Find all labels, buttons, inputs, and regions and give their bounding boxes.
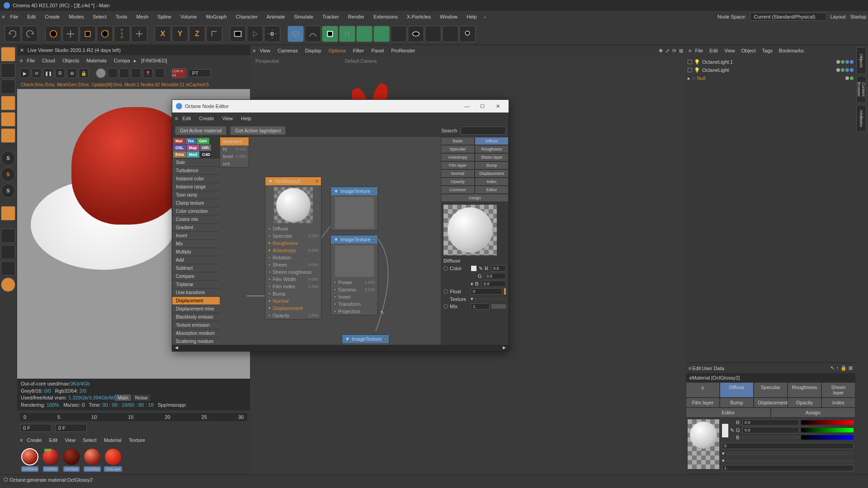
node-list-item[interactable]: Turbulence xyxy=(172,167,220,175)
nodespace-dropdown[interactable]: Current (Standard/Physical) xyxy=(750,13,827,21)
lv-region1-button[interactable] xyxy=(108,68,118,78)
obj-menu-bookmarks[interactable]: Bookmarks xyxy=(776,47,807,55)
render-button[interactable] xyxy=(247,26,263,42)
node-list-item[interactable]: Side xyxy=(172,159,220,167)
node-socket[interactable]: Bump xyxy=(265,290,321,297)
octane-button[interactable] xyxy=(1,277,15,292)
node-list-item[interactable]: Uvw transform xyxy=(172,289,220,297)
attr-tab-assign[interactable]: Assign xyxy=(771,408,856,418)
menu-file[interactable]: File xyxy=(6,12,22,21)
attr-tab-film[interactable]: Film layer xyxy=(686,398,720,408)
node-socket[interactable]: Film index1.450 xyxy=(265,283,321,290)
category-tab-mat[interactable]: Mat xyxy=(173,138,185,144)
obj-menu-object[interactable]: Object xyxy=(739,47,759,55)
object-name[interactable]: OctaneLight xyxy=(702,67,729,73)
maximize-button[interactable]: ☐ xyxy=(475,102,490,111)
object-tree[interactable]: 💡 OctaneLight.1 💡 OctaneLight ▸ ○ Null xyxy=(686,56,855,84)
dropdown-icon[interactable]: ▾ xyxy=(471,296,473,302)
menu-volume[interactable]: Volume xyxy=(177,12,201,21)
node-socket[interactable]: Gamma2.200 xyxy=(331,286,377,293)
object-row[interactable]: 💡 OctaneLight xyxy=(688,66,854,74)
node-list-item[interactable]: Instance range xyxy=(172,183,220,191)
node-socket[interactable]: Sheen roughness xyxy=(265,268,321,276)
node-editor-titlebar[interactable]: Octane Node Editor — ☐ ✕ xyxy=(172,100,509,113)
collapse-icon[interactable]: ▼ xyxy=(334,237,339,242)
lv-mode-dropdown[interactable]: PT xyxy=(188,69,211,77)
select-tool[interactable] xyxy=(45,26,61,42)
menu-create[interactable]: Create xyxy=(41,12,63,21)
search-input[interactable] xyxy=(461,127,506,135)
socket-dot[interactable] xyxy=(268,249,271,252)
lv-more-icon[interactable]: ▸ xyxy=(134,58,137,64)
menu-mesh[interactable]: Mesh xyxy=(132,12,152,21)
socket-dot[interactable] xyxy=(268,307,271,310)
attr-tab-sheen[interactable]: Sheen layer xyxy=(821,382,855,398)
spline-primitive-button[interactable] xyxy=(305,26,321,42)
object-name[interactable]: Null xyxy=(697,75,706,81)
material-preview[interactable] xyxy=(688,419,719,469)
obj-hamburger-icon[interactable]: ≡ xyxy=(689,48,691,53)
attr-tab-diffuse[interactable]: Diffuse xyxy=(720,382,754,398)
output-socket[interactable] xyxy=(373,190,375,192)
extra-field[interactable]: 0 xyxy=(722,443,854,449)
node-socket[interactable]: Normal xyxy=(265,297,321,305)
node-editor-scrollbar[interactable]: ◄► xyxy=(172,345,509,351)
attr-back-icon[interactable]: ↖ xyxy=(830,365,835,371)
node-list-item[interactable]: Invert xyxy=(172,232,220,240)
vp-menu-display[interactable]: Display xyxy=(302,47,325,55)
node-list-item[interactable]: Subtract xyxy=(172,264,220,272)
lv-refresh-button[interactable]: ⟳ xyxy=(32,68,42,78)
bulb-button[interactable] xyxy=(459,26,476,42)
node-socket[interactable]: Transform xyxy=(331,300,377,308)
mix-field[interactable]: 1. xyxy=(471,303,490,310)
collapse-icon[interactable]: ▼ xyxy=(334,188,339,194)
lock2-button[interactable] xyxy=(1,245,15,259)
menu-select[interactable]: Select xyxy=(89,12,110,21)
attr-tab-index[interactable]: Index xyxy=(821,398,855,408)
z-axis-button[interactable]: Z xyxy=(189,26,205,42)
mix-slider[interactable] xyxy=(491,304,506,309)
lv-lock-icon[interactable]: 🔒 xyxy=(79,68,89,78)
obj-menu-file[interactable]: File xyxy=(692,47,706,55)
node-list-item[interactable]: Clamp texture xyxy=(172,199,220,207)
mat-menu-material[interactable]: Material xyxy=(101,436,125,444)
menu-extensions[interactable]: Extensions xyxy=(370,12,401,21)
mat-menu-create[interactable]: Create xyxy=(24,436,45,444)
generator-button[interactable] xyxy=(322,26,338,42)
node-socket[interactable]: Displacement xyxy=(265,305,321,312)
socket-dot[interactable] xyxy=(268,227,271,230)
x-axis-button[interactable]: X xyxy=(155,26,171,42)
socket-dot[interactable] xyxy=(334,296,336,298)
r-value-field[interactable]: 0.9 xyxy=(491,265,506,272)
radio-button[interactable] xyxy=(443,289,448,294)
lock3-button[interactable] xyxy=(1,261,15,276)
menu-modes[interactable]: Modes xyxy=(65,12,87,21)
lv-sphere-icon[interactable] xyxy=(96,68,106,78)
node-socket[interactable]: Diffuse xyxy=(265,225,321,232)
undo-button[interactable] xyxy=(5,26,21,42)
b-value-field[interactable]: 0.9 xyxy=(481,281,506,287)
polygon-mode-button[interactable] xyxy=(1,128,15,143)
move-tool[interactable] xyxy=(62,26,79,42)
timeline-start-field[interactable] xyxy=(20,424,52,432)
mat-menu-select[interactable]: Select xyxy=(80,436,100,444)
lv-pause-button[interactable]: ❚❚ xyxy=(43,68,53,78)
timeline-ruler[interactable]: 0510 152025 30 xyxy=(20,413,247,421)
socket-dot[interactable] xyxy=(268,314,271,317)
category-tab-osl[interactable]: OSL xyxy=(173,145,186,151)
mat-menu-edit[interactable]: Edit xyxy=(46,436,61,444)
node-socket[interactable]: Invert xyxy=(331,293,377,300)
get-active-tag-button[interactable]: Get Active tag/object xyxy=(230,126,286,135)
camera-button[interactable] xyxy=(408,26,424,42)
property-tab[interactable]: Roughness xyxy=(475,145,509,153)
ne-menu-help[interactable]: Help xyxy=(237,114,255,123)
socket-dot[interactable] xyxy=(334,310,336,313)
minimize-button[interactable]: — xyxy=(460,102,474,111)
attr-up-icon[interactable]: ↑ xyxy=(836,365,839,371)
node-list-item[interactable]: Absorption medium xyxy=(172,329,220,338)
g-value-field[interactable]: 0.9 xyxy=(484,273,506,279)
vp-menu-view[interactable]: View xyxy=(256,47,274,55)
vp-menu-filter[interactable]: Filter xyxy=(350,47,367,55)
socket-dot[interactable] xyxy=(268,235,271,237)
object-row[interactable]: ▸ ○ Null xyxy=(688,74,854,82)
